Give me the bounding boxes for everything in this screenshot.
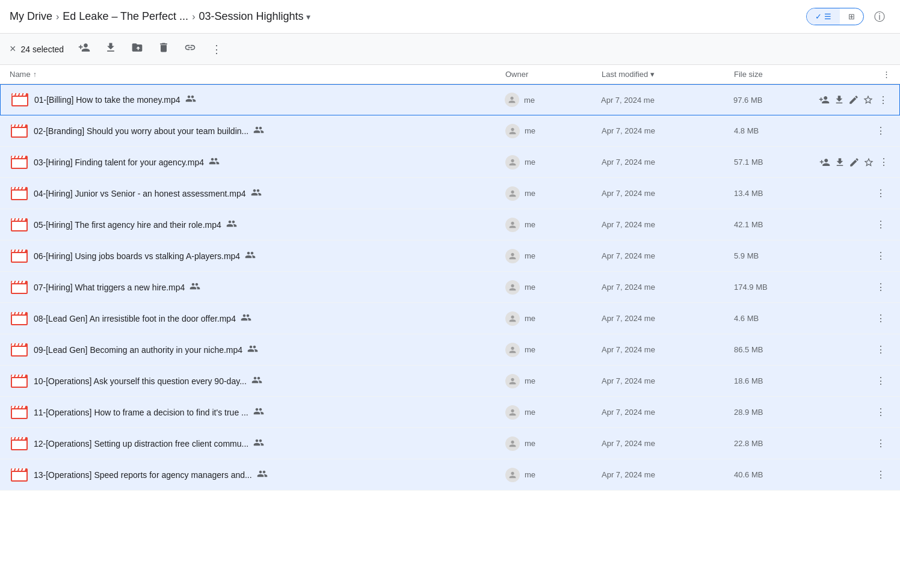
modified-cell: Apr 7, 2024 me [602,408,734,417]
more-vert-icon: ⋮ [876,250,886,262]
file-name: 11-[Operations] How to frame a decision … [34,408,248,417]
link-button[interactable] [179,38,201,60]
download-button[interactable] [100,38,122,60]
more-row-button[interactable]: ⋮ [871,215,890,234]
delete-button[interactable] [153,38,174,60]
modified-cell: Apr 7, 2024 me [602,220,734,229]
size-cell: 22.8 MB [734,439,818,448]
row-actions: ⋮ [818,215,890,234]
table-row[interactable]: 09-[Lead Gen] Becoming an authority in y… [0,334,900,366]
table-row[interactable]: 11-[Operations] How to frame a decision … [0,397,900,428]
video-file-icon [11,468,28,482]
video-file-icon [11,187,28,200]
file-icon [5,250,34,263]
edit-button[interactable] [848,153,861,172]
star-button[interactable] [862,153,875,172]
more-vert-icon: ⋮ [876,313,886,324]
download-row-button[interactable] [832,90,845,109]
owner-cell: me [505,93,601,107]
more-row-button[interactable]: ⋮ [871,340,890,360]
file-name: 02-[Branding] Should you worry about you… [34,126,248,136]
move-button[interactable] [126,38,148,60]
more-row-button[interactable]: ⋮ [871,465,890,485]
table-row[interactable]: 01-[Billing] How to take the money.mp4 m… [0,84,900,115]
row-actions: ⋮ [818,340,890,360]
owner-cell: me [505,249,602,263]
file-name-cell: 09-[Lead Gen] Becoming an authority in y… [34,343,505,357]
avatar [505,311,520,326]
breadcrumb-current[interactable]: 03-Session Highlights ▾ [199,10,310,23]
star-button[interactable] [861,90,875,109]
file-icon [5,312,34,325]
more-row-button[interactable]: ⋮ [871,184,890,203]
more-vert-icon: ⋮ [876,375,886,387]
owner-name: me [525,345,535,354]
modified-cell: Apr 7, 2024 me [602,158,734,167]
file-icon [5,437,34,450]
table-row[interactable]: 02-[Branding] Should you worry about you… [0,115,900,147]
more-vert-icon: ⋮ [878,94,888,106]
shared-icon [185,93,196,106]
more-row-button[interactable]: ⋮ [871,434,890,453]
table-row[interactable]: 04-[Hiring] Junior vs Senior - an honest… [0,178,900,209]
modified-cell: Apr 7, 2024 me [602,283,734,292]
owner-cell: me [505,343,602,357]
table-row[interactable]: 03-[Hiring] Finding talent for your agen… [0,147,900,178]
file-name-cell: 03-[Hiring] Finding talent for your agen… [34,156,505,169]
more-row-button[interactable]: ⋮ [871,372,890,391]
breadcrumb-parent[interactable]: Ed Leake – The Perfect ... [63,10,188,23]
shared-icon [253,406,264,419]
check-list-icon: ✓ ☰ [815,12,831,21]
owner-name: me [525,314,535,323]
more-row-button[interactable]: ⋮ [871,403,890,422]
more-row-button[interactable]: ⋮ [877,153,890,172]
table-row[interactable]: 12-[Operations] Setting up distraction f… [0,428,900,459]
file-name-cell: 01-[Billing] How to take the money.mp4 [34,93,505,106]
edit-button[interactable] [847,90,860,109]
close-selection-button[interactable]: × [10,43,16,55]
grid-view-button[interactable]: ⊞ [840,8,863,25]
more-row-button[interactable]: ⋮ [871,278,890,297]
share-button[interactable] [818,153,831,172]
col-name-header[interactable]: Name ↑ [5,70,505,79]
size-cell: 13.4 MB [734,189,818,198]
table-row[interactable]: 05-[Hiring] The first agency hire and th… [0,209,900,240]
table-row[interactable]: 06-[Hiring] Using jobs boards vs stalkin… [0,240,900,272]
avatar [505,155,520,170]
link-icon [184,41,196,57]
modified-cell: Apr 7, 2024 me [602,439,734,448]
row-actions: ⋮ [818,403,890,422]
more-vert-icon: ⋮ [879,156,889,168]
file-icon [5,187,34,200]
file-icon [5,468,34,482]
col-modified-header[interactable]: Last modified ▾ [602,70,734,79]
breadcrumb-root[interactable]: My Drive [10,10,52,23]
size-cell: 40.6 MB [734,470,818,479]
share-button[interactable] [818,90,831,109]
more-button[interactable]: ⋮ [206,38,227,60]
file-name-cell: 08-[Lead Gen] An irresistible foot in th… [34,312,505,325]
row-actions: ⋮ [818,372,890,391]
size-cell: 174.9 MB [734,283,818,292]
more-row-button[interactable]: ⋮ [877,90,890,109]
owner-cell: me [505,374,602,388]
file-name: 10-[Operations] Ask yourself this questi… [34,376,247,386]
file-name-cell: 11-[Operations] How to frame a decision … [34,406,505,419]
list-view-button[interactable]: ✓ ☰ [807,8,840,25]
table-row[interactable]: 07-[Hiring] What triggers a new hire.mp4… [0,272,900,303]
more-row-button[interactable]: ⋮ [871,309,890,328]
file-name-cell: 12-[Operations] Setting up distraction f… [34,437,505,450]
owner-name: me [525,470,535,479]
file-name: 08-[Lead Gen] An irresistible foot in th… [34,314,236,323]
add-person-button[interactable] [73,38,95,60]
table-row[interactable]: 08-[Lead Gen] An irresistible foot in th… [0,303,900,334]
video-file-icon [11,250,28,263]
shared-icon [190,281,200,294]
table-row[interactable]: 10-[Operations] Ask yourself this questi… [0,366,900,397]
info-button[interactable]: ⓘ [869,6,890,28]
table-row[interactable]: 13-[Operations] Speed reports for agency… [0,459,900,491]
shared-icon [257,468,268,482]
more-row-button[interactable]: ⋮ [871,247,890,266]
more-row-button[interactable]: ⋮ [871,121,890,141]
download-row-button[interactable] [833,153,846,172]
